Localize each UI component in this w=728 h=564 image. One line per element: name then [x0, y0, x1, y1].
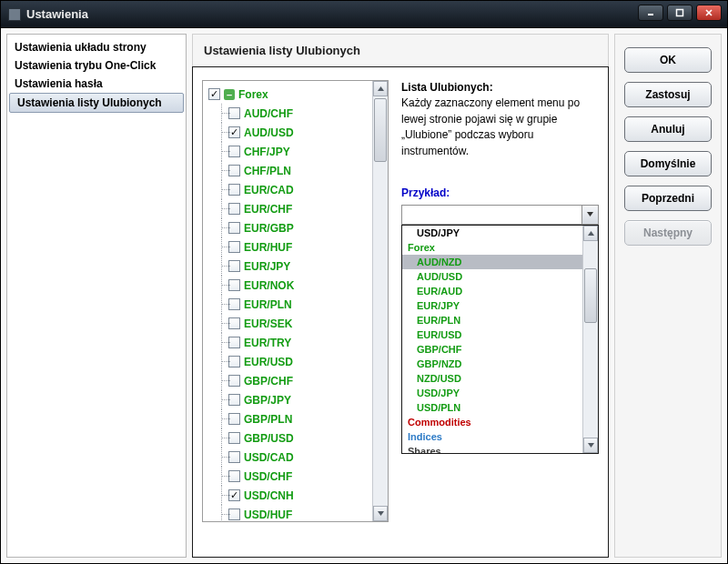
panel-title-wrap: Ustawienia listy Ulubionych: [192, 34, 609, 66]
sidebar-item[interactable]: Ustawienia hasła: [7, 75, 186, 93]
tree-line: [216, 237, 228, 257]
tree-line: [216, 161, 228, 180]
next-button: Następny: [624, 220, 712, 246]
collapse-icon[interactable]: –: [224, 89, 235, 100]
tree-label: EUR/GBP: [244, 222, 294, 235]
default-button[interactable]: Domyślnie: [624, 151, 712, 176]
scroll-track[interactable]: [373, 96, 388, 506]
tree-node[interactable]: GBP/JPY: [205, 390, 370, 409]
tree-node[interactable]: EUR/USD: [205, 352, 370, 371]
tree-node[interactable]: GBP/PLN: [205, 409, 370, 428]
svg-rect-1: [677, 10, 683, 16]
scroll-thumb[interactable]: [374, 98, 387, 162]
scroll-down-button[interactable]: [583, 438, 598, 453]
description-title: Lista Ulubionych:: [401, 81, 493, 94]
tree-node[interactable]: EUR/SEK: [205, 314, 370, 333]
tree-label: EUR/PLN: [244, 298, 292, 311]
settings-window: Ustawienia Ustawienia układu stronyUstaw…: [0, 0, 728, 564]
dropdown-item[interactable]: EUR/JPY: [402, 298, 582, 313]
tree-line: [216, 180, 228, 199]
tree-label: USD/HUF: [244, 509, 292, 521]
tree-node[interactable]: EUR/TRY: [205, 333, 370, 352]
tree-label: GBP/JPY: [244, 394, 291, 407]
favorites-description: Lista Ulubionych: Każdy zaznaczony eleme…: [401, 80, 599, 159]
scroll-down-button[interactable]: [373, 506, 388, 521]
tree-label: GBP/USD: [244, 432, 294, 445]
tree-label: EUR/USD: [244, 356, 293, 368]
tree-line: [216, 218, 228, 237]
tree-node[interactable]: EUR/NOK: [205, 276, 370, 295]
tree-node[interactable]: CHF/JPY: [205, 142, 370, 161]
tree-line: [216, 390, 228, 409]
dropdown-scrollbar[interactable]: [582, 226, 598, 453]
tree-node[interactable]: EUR/HUF: [205, 237, 370, 257]
dropdown-item[interactable]: Indices: [402, 429, 582, 444]
dropdown-item[interactable]: EUR/USD: [402, 327, 582, 342]
minimize-button[interactable]: [638, 5, 663, 21]
tree-node[interactable]: USD/HUF: [205, 505, 370, 521]
tree-label: USD/CNH: [244, 489, 294, 502]
tree-node[interactable]: EUR/GBP: [205, 218, 370, 237]
tree-node-root[interactable]: –Forex: [205, 85, 370, 104]
favorites-panel: –ForexAUD/CHFAUD/USDCHF/JPYCHF/PLNEUR/CA…: [192, 66, 609, 558]
tree-node[interactable]: GBP/USD: [205, 428, 370, 448]
dropdown-item[interactable]: AUD/NZD: [402, 255, 582, 269]
tree-scrollbar[interactable]: [372, 81, 388, 521]
example-combobox[interactable]: [401, 205, 599, 225]
tree-viewport: –ForexAUD/CHFAUD/USDCHF/JPYCHF/PLNEUR/CA…: [203, 81, 372, 521]
dropdown-item[interactable]: Shares: [402, 444, 582, 454]
tree-line: [216, 333, 228, 352]
tree-line: [216, 467, 228, 486]
tree-node[interactable]: EUR/JPY: [205, 257, 370, 276]
combobox-toggle[interactable]: [581, 206, 598, 224]
tree-label: Forex: [238, 88, 268, 101]
cancel-button[interactable]: Anuluj: [624, 116, 712, 142]
tree-label: EUR/NOK: [244, 279, 294, 292]
example-dropdown: USD/JPYForexAUD/NZDAUD/USDEUR/AUDEUR/JPY…: [401, 225, 599, 454]
dropdown-item[interactable]: USD/PLN: [402, 400, 582, 415]
tree-line: [216, 486, 228, 505]
ok-button[interactable]: OK: [624, 47, 712, 73]
tree-label: CHF/PLN: [244, 165, 291, 177]
tree-line: [216, 123, 228, 142]
dropdown-item[interactable]: EUR/AUD: [402, 284, 582, 298]
sidebar-item[interactable]: Ustawienia listy Ulubionych: [9, 93, 184, 113]
apply-button[interactable]: Zastosuj: [624, 82, 712, 107]
tree-node[interactable]: EUR/PLN: [205, 295, 370, 314]
tree-label: GBP/PLN: [244, 413, 292, 426]
tree-node[interactable]: CHF/PLN: [205, 161, 370, 180]
tree-line: [216, 448, 228, 467]
tree-node[interactable]: USD/CNH: [205, 486, 370, 505]
scroll-thumb[interactable]: [584, 268, 597, 323]
window-titlebar[interactable]: Ustawienia: [1, 1, 727, 28]
dropdown-item[interactable]: Commodities: [402, 415, 582, 429]
scroll-up-button[interactable]: [373, 81, 388, 96]
dropdown-item[interactable]: EUR/PLN: [402, 313, 582, 327]
maximize-button[interactable]: [667, 5, 693, 21]
dropdown-item[interactable]: USD/JPY: [402, 386, 582, 400]
tree-node[interactable]: GBP/CHF: [205, 371, 370, 390]
tree-node[interactable]: USD/CAD: [205, 448, 370, 467]
dropdown-item[interactable]: Forex: [402, 240, 582, 255]
dropdown-item[interactable]: NZD/USD: [402, 371, 582, 386]
tree-label: CHF/JPY: [244, 146, 290, 158]
tree-node[interactable]: AUD/CHF: [205, 104, 370, 123]
chevron-down-icon: [586, 210, 594, 218]
scroll-up-button[interactable]: [583, 226, 598, 241]
tree-node[interactable]: EUR/CAD: [205, 180, 370, 199]
sidebar-item[interactable]: Ustawienia trybu One-Click: [7, 56, 186, 75]
scroll-track[interactable]: [583, 241, 598, 438]
checkbox[interactable]: [208, 88, 220, 100]
tree-node[interactable]: USD/CHF: [205, 467, 370, 486]
tree-line: [216, 276, 228, 295]
dropdown-item[interactable]: AUD/USD: [402, 269, 582, 284]
tree-node[interactable]: AUD/USD: [205, 123, 370, 142]
tree-label: EUR/CHF: [244, 203, 292, 216]
tree-node[interactable]: EUR/CHF: [205, 199, 370, 218]
dropdown-item[interactable]: USD/JPY: [402, 226, 582, 240]
previous-button[interactable]: Poprzedni: [624, 186, 712, 211]
sidebar-item[interactable]: Ustawienia układu strony: [7, 38, 186, 56]
close-button[interactable]: [696, 5, 722, 21]
dropdown-item[interactable]: GBP/NZD: [402, 357, 582, 371]
dropdown-item[interactable]: GBP/CHF: [402, 342, 582, 357]
